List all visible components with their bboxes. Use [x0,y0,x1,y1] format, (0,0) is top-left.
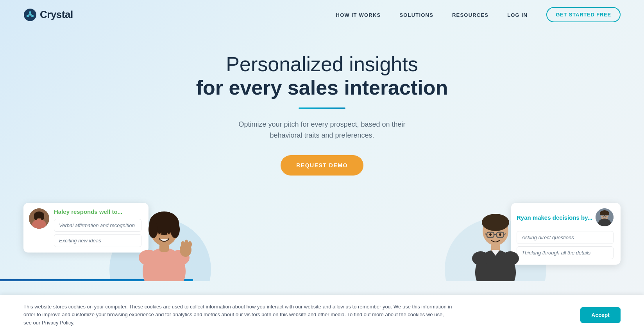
nav-solutions[interactable]: SOLUTIONS [399,12,433,18]
hero-title-line1: Personalized insights [226,53,418,75]
svg-point-31 [499,233,501,236]
avatar-ryan [596,208,614,226]
logo-link[interactable]: Crystal [23,8,73,21]
svg-point-20 [181,241,185,247]
nav-how-it-works[interactable]: HOW IT WORKS [336,12,381,18]
navbar: Crystal HOW IT WORKS SOLUTIONS RESOURCES… [0,0,644,29]
svg-point-10 [170,221,180,238]
request-demo-button[interactable]: REQUEST DEMO [281,155,363,176]
logo-text: Crystal [40,9,73,21]
person-haley-figure [125,207,203,281]
person-ryan-figure [456,207,535,281]
svg-rect-18 [159,244,169,252]
hero-section: Personalized insights for every sales in… [0,29,644,195]
svg-point-40 [40,214,44,220]
cookie-accept-button[interactable]: Accept [580,307,621,323]
hero-title-line2: for every sales interaction [196,76,448,99]
svg-point-13 [158,231,161,234]
hero-illustration: Haley responds well to... Verbal affirma… [0,195,644,281]
svg-point-9 [148,221,158,238]
avatar-haley [29,208,49,229]
svg-point-39 [34,214,38,220]
nav-links: HOW IT WORKS SOLUTIONS RESOURCES LOG IN … [336,7,621,22]
nav-resources[interactable]: RESOURCES [452,12,488,18]
svg-point-33 [472,251,489,265]
svg-point-21 [184,240,188,247]
logo-icon [23,8,37,21]
svg-point-4 [29,14,31,16]
hero-divider [299,107,345,109]
svg-point-34 [502,251,519,265]
hero-subtitle: Optimize your pitch for every prospect, … [228,119,416,142]
svg-point-22 [188,241,192,247]
get-started-button[interactable]: GET STARTED FREE [546,7,621,22]
nav-login[interactable]: LOG IN [507,12,528,18]
svg-point-14 [167,231,170,234]
cookie-text: This website stores cookies on your comp… [23,303,453,327]
cookie-banner: This website stores cookies on your comp… [0,295,644,335]
hero-title: Personalized insights for every sales in… [185,53,459,100]
svg-point-16 [139,250,158,265]
svg-point-24 [482,214,509,231]
svg-point-30 [489,233,492,236]
